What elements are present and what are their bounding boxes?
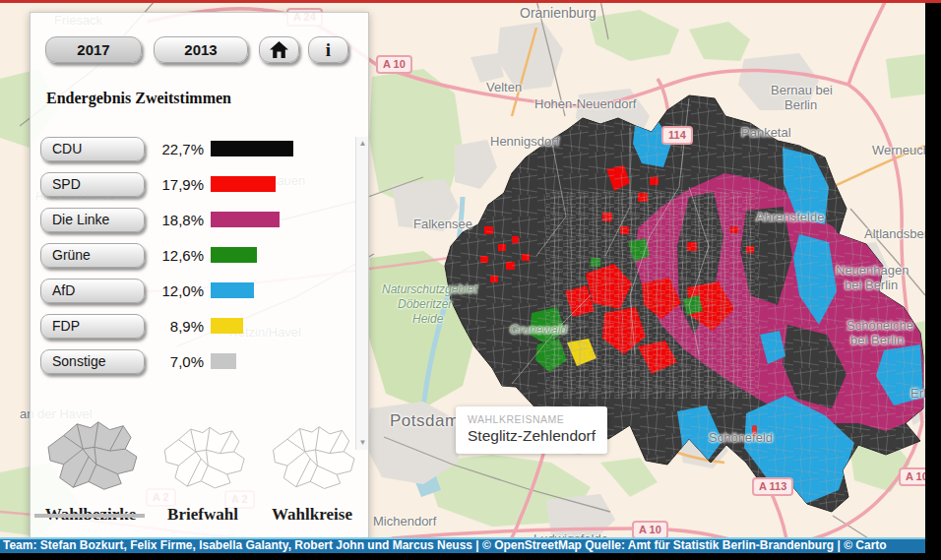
party-bar bbox=[211, 247, 257, 263]
info-button[interactable]: i bbox=[308, 36, 348, 63]
app-screen: Friesack Oranienburg Velten Hohen-Neuend… bbox=[0, 0, 941, 560]
map-label: bei Berlin bbox=[845, 278, 898, 292]
tab-briefwahl[interactable]: Briefwahl bbox=[149, 414, 257, 548]
party-row: Grüne 12,6% bbox=[40, 237, 355, 273]
party-legend: CDU 22,7% SPD 17,9% Die Linke 18,8% Grün… bbox=[40, 131, 355, 379]
map-label: Oranienburg bbox=[520, 5, 596, 21]
map-label: Schönefeld bbox=[709, 430, 773, 445]
road-badge: A 10 bbox=[899, 467, 925, 486]
selected-tab-underline bbox=[34, 514, 145, 518]
attribution-text: Team: Stefan Bozkurt, Felix Firme, Isabe… bbox=[3, 538, 887, 552]
tab-label: Briefwahl bbox=[149, 505, 257, 525]
panel-title: Endergebnis Zweitstimmen bbox=[46, 90, 231, 107]
scroll-up-arrow[interactable]: ▲ bbox=[356, 137, 369, 151]
view-tabs: Wahlbezirke Briefwahl Wahlkreise bbox=[32, 414, 367, 548]
party-percent: 18,8% bbox=[151, 212, 204, 228]
map-label: Erkner bbox=[910, 386, 925, 401]
party-row: Sonstige 7,0% bbox=[40, 343, 355, 379]
home-icon bbox=[269, 40, 289, 59]
party-button-spd[interactable]: SPD bbox=[40, 172, 145, 197]
party-percent: 22,7% bbox=[151, 141, 204, 157]
party-bar bbox=[211, 318, 243, 334]
road-badge: 114 bbox=[661, 126, 693, 145]
map-label: Naturschutzgebiet bbox=[382, 282, 477, 296]
tab-label: Wahlkreise bbox=[257, 505, 367, 525]
map-label: Döberitzer bbox=[398, 297, 452, 311]
year-2013-button[interactable]: 2013 bbox=[154, 36, 248, 63]
party-percent: 8,9% bbox=[151, 318, 204, 335]
party-row: CDU 22,7% bbox=[40, 131, 355, 166]
party-button-cdu[interactable]: CDU bbox=[40, 137, 145, 161]
party-button-linke[interactable]: Die Linke bbox=[40, 208, 145, 232]
berlin-thumbnail-icon bbox=[153, 419, 253, 498]
party-bar bbox=[211, 282, 254, 298]
party-bar bbox=[211, 353, 236, 369]
party-button-sonstige[interactable]: Sonstige bbox=[40, 349, 145, 374]
attribution-bar: Team: Stefan Bozkurt, Felix Firme, Isabe… bbox=[0, 537, 925, 553]
map-label: Bernau bei bbox=[771, 83, 833, 97]
map-label: Michendorf bbox=[373, 514, 436, 529]
party-percent: 12,6% bbox=[151, 247, 204, 264]
party-button-gruene[interactable]: Grüne bbox=[40, 243, 145, 268]
tooltip-label: WAHLKREISNAME bbox=[468, 413, 596, 425]
party-row: FDP 8,9% bbox=[40, 308, 355, 343]
top-red-strip bbox=[0, 0, 941, 3]
map-tooltip: WAHLKREISNAME Steglitz-Zehlendorf bbox=[456, 406, 607, 454]
map-label: bei Berlin bbox=[850, 333, 904, 347]
party-button-afd[interactable]: AfD bbox=[40, 279, 145, 303]
panel-scrollbar[interactable]: ▲ ▼ bbox=[355, 137, 368, 450]
map-label: Heide bbox=[412, 312, 443, 326]
road-badge: A 113 bbox=[752, 477, 793, 496]
party-button-fdp[interactable]: FDP bbox=[40, 314, 145, 339]
year-2017-button[interactable]: 2017 bbox=[45, 36, 142, 63]
map-label: Velten bbox=[486, 80, 522, 94]
tab-wahlkreise[interactable]: Wahlkreise bbox=[257, 414, 367, 548]
tab-wahlbezirke[interactable]: Wahlbezirke bbox=[32, 414, 149, 548]
party-bar bbox=[211, 141, 293, 156]
party-bar bbox=[211, 176, 276, 192]
party-percent: 17,9% bbox=[151, 176, 204, 193]
party-row: AfD 12,0% bbox=[40, 273, 355, 308]
map-label: Panketal bbox=[741, 125, 791, 140]
party-row: SPD 17,9% bbox=[40, 166, 355, 202]
map-label: Potsdam bbox=[390, 411, 460, 431]
map-label: Hohen-Neuendorf bbox=[534, 96, 636, 111]
party-row: Die Linke 18,8% bbox=[40, 202, 355, 237]
map-label: Hennigsdorf bbox=[490, 134, 559, 149]
party-percent: 12,0% bbox=[151, 282, 204, 299]
scroll-down-arrow[interactable]: ▼ bbox=[356, 436, 369, 450]
map-label: Neuenhagen bbox=[836, 263, 909, 278]
map-label: Schöneiche bbox=[847, 318, 913, 333]
tooltip-value: Steglitz-Zehlendorf bbox=[468, 427, 596, 445]
party-bar bbox=[211, 212, 280, 227]
map-label: Grunewald bbox=[510, 323, 567, 337]
map-label: Werneuchen bbox=[872, 143, 925, 157]
berlin-thumbnail-icon bbox=[261, 419, 363, 498]
road-badge: A 10 bbox=[376, 55, 412, 74]
map-label: Falkensee bbox=[413, 217, 472, 231]
map-label: Altlandsberg bbox=[864, 226, 925, 241]
map-label: Berlin bbox=[784, 97, 817, 112]
home-button[interactable] bbox=[259, 36, 299, 63]
screen-right-edge bbox=[925, 0, 941, 560]
map-area: Friesack Oranienburg Velten Hohen-Neuend… bbox=[0, 0, 925, 553]
control-panel: 2017 2013 i Endergebnis Zweitstimmen CDU… bbox=[30, 12, 369, 553]
party-percent: 7,0% bbox=[151, 353, 204, 370]
map-label: Ahrensfelde bbox=[756, 210, 824, 224]
berlin-thumbnail-icon bbox=[34, 414, 147, 499]
